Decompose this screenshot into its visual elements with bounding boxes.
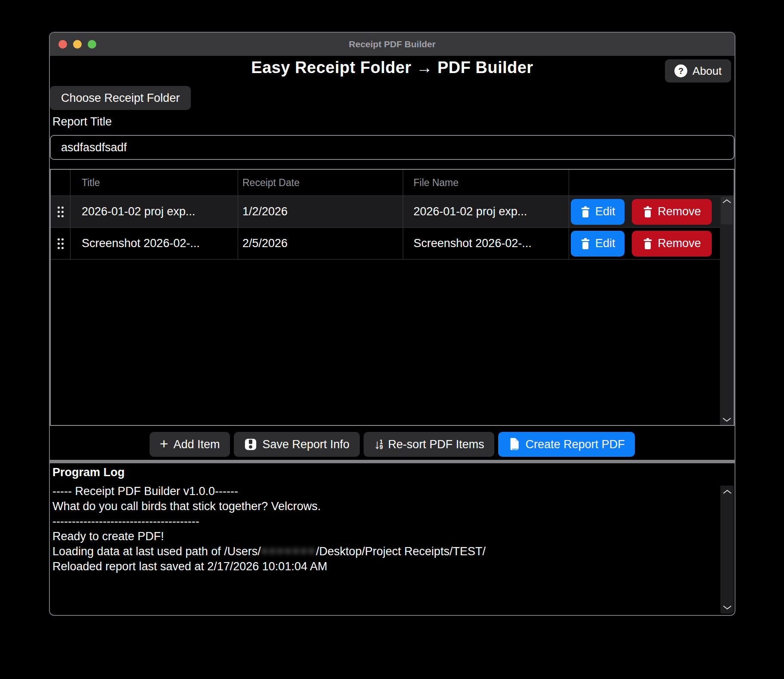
about-button-label: About — [692, 64, 722, 78]
close-window-button[interactable] — [58, 40, 67, 49]
cell-receipt-date: 2/5/2026 — [238, 228, 403, 259]
cell-file-name: Screenshot 2026-02-... — [403, 228, 569, 259]
cell-receipt-date: 1/2/2026 — [238, 196, 403, 227]
edit-button-label: Edit — [595, 237, 616, 250]
trash-icon — [580, 238, 591, 249]
plus-icon: + — [160, 436, 168, 451]
report-title-label: Report Title — [52, 115, 112, 128]
question-circle-icon: ? — [674, 64, 687, 77]
log-line: Ready to create PDF! — [52, 529, 716, 544]
column-header-title: Title — [70, 170, 238, 196]
trash-icon — [580, 206, 591, 217]
remove-button[interactable]: Remove — [632, 231, 712, 257]
cell-title: 2026-01-02 proj exp... — [70, 196, 238, 227]
choose-receipt-folder-button[interactable]: Choose Receipt Folder — [50, 86, 191, 110]
log-line: What do you call birds that stick togeth… — [52, 499, 716, 514]
zoom-window-button[interactable] — [88, 40, 96, 49]
log-line: ----- Receipt PDF Builder v1.0.0------ — [52, 484, 716, 499]
redacted-username: ●●●●●●● — [261, 543, 316, 558]
about-button[interactable]: ? About — [665, 59, 731, 83]
create-report-pdf-label: Create Report PDF — [525, 438, 625, 451]
create-report-pdf-button[interactable]: PDF Create Report PDF — [498, 432, 635, 457]
chevron-up-icon[interactable] — [723, 489, 732, 494]
window-title: Receipt PDF Builder — [349, 39, 436, 49]
sort-numeric-icon: ↓ 19 — [374, 438, 383, 451]
resort-pdf-items-button[interactable]: ↓ 19 Re-sort PDF Items — [364, 432, 494, 457]
save-floppy-icon — [244, 438, 257, 451]
remove-button-label: Remove — [658, 237, 701, 250]
log-line: -------------------------------------- — [52, 514, 716, 529]
trash-icon — [643, 238, 653, 249]
traffic-lights — [58, 33, 96, 56]
table-scrollbar[interactable] — [720, 196, 734, 425]
app-window: Receipt PDF Builder Easy Receipt Folder … — [49, 32, 735, 616]
grip-dots-icon — [57, 205, 64, 218]
toolbar: + Add Item Save Report Info ↓ 19 Re-sort… — [50, 432, 735, 457]
page-title: Easy Receipt Folder → PDF Builder — [50, 58, 735, 77]
table-row: 2026-01-02 proj exp... 1/2/2026 2026-01-… — [51, 196, 734, 228]
program-log-heading: Program Log — [52, 466, 125, 479]
column-header-receipt-date: Receipt Date — [238, 170, 403, 196]
chevron-down-icon[interactable] — [723, 605, 732, 610]
save-report-info-button[interactable]: Save Report Info — [234, 432, 360, 457]
log-scrollbar[interactable] — [720, 486, 734, 614]
table-header-grip-spacer — [51, 170, 70, 196]
remove-button[interactable]: Remove — [632, 199, 712, 225]
program-log-output: ----- Receipt PDF Builder v1.0.0------ W… — [52, 484, 716, 574]
table-row: Screenshot 2026-02-... 2/5/2026 Screensh… — [51, 228, 734, 260]
titlebar: Receipt PDF Builder — [50, 33, 735, 56]
log-line-path: Loading data at last used path of /Users… — [52, 544, 716, 559]
edit-button-label: Edit — [595, 205, 616, 218]
report-title-input[interactable] — [50, 135, 735, 160]
resort-pdf-items-label: Re-sort PDF Items — [388, 438, 484, 451]
minimize-window-button[interactable] — [73, 40, 82, 49]
drag-handle[interactable] — [51, 228, 70, 259]
trash-icon — [643, 206, 653, 217]
column-header-file-name: File Name — [403, 170, 569, 196]
pdf-file-icon: PDF — [508, 437, 520, 452]
chevron-down-icon[interactable] — [722, 417, 732, 422]
add-item-label: Add Item — [173, 438, 220, 451]
chevron-up-icon[interactable] — [722, 199, 732, 204]
edit-button[interactable]: Edit — [571, 199, 625, 225]
cell-file-name: 2026-01-02 proj exp... — [403, 196, 569, 227]
remove-button-label: Remove — [658, 205, 701, 218]
table-header-row: Title Receipt Date File Name — [51, 170, 734, 196]
grip-dots-icon — [57, 237, 64, 250]
drag-handle[interactable] — [51, 196, 70, 227]
cell-title: Screenshot 2026-02-... — [70, 228, 238, 259]
edit-button[interactable]: Edit — [571, 231, 625, 257]
add-item-button[interactable]: + Add Item — [150, 432, 230, 457]
receipt-items-table: Title Receipt Date File Name 2026-01-02 … — [50, 169, 735, 426]
column-header-actions — [569, 170, 734, 196]
save-report-info-label: Save Report Info — [262, 438, 349, 451]
svg-text:PDF: PDF — [512, 447, 520, 451]
log-line: Reloaded report last saved at 2/17/2026 … — [52, 559, 716, 574]
pane-splitter-handle[interactable] — [50, 460, 735, 463]
